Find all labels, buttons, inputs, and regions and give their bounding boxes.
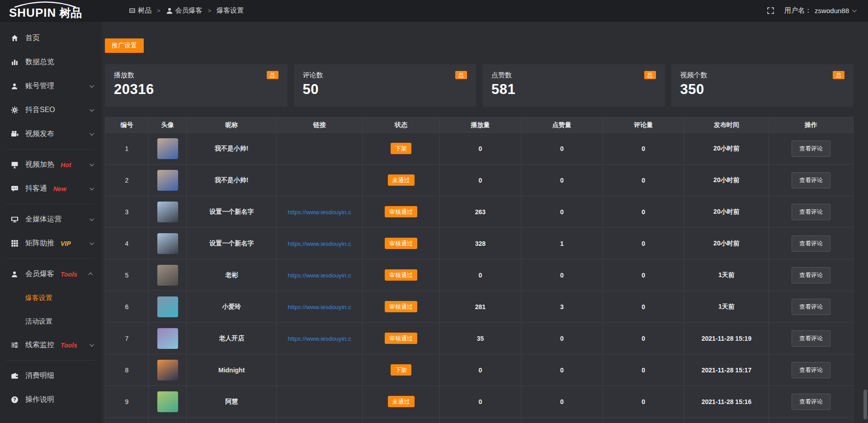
view-comments-button[interactable]: 查看评论 (792, 267, 830, 283)
time-cell: 20小时前 (684, 133, 769, 164)
sidebar-item[interactable]: 矩阵助推VIP (0, 231, 102, 255)
link-cell: https://www.iesdouyin.c (276, 323, 362, 354)
breadcrumb-label: 爆客设置 (217, 6, 244, 15)
chevron-down-icon (90, 162, 94, 166)
question-icon: ? (11, 396, 19, 404)
action-cell: 查看评论 (769, 164, 853, 196)
stat-card: 点赞数 总 581 (482, 64, 665, 107)
comments-cell: 0 (603, 354, 684, 386)
view-comments-button[interactable]: 查看评论 (792, 141, 830, 157)
fullscreen-icon[interactable] (767, 7, 774, 14)
sidebar-item[interactable]: 线索监控Tools (0, 333, 102, 357)
video-link[interactable]: https://www.iesdouyin.c (288, 209, 351, 216)
sidebar-item[interactable]: 数据总览 (0, 50, 102, 74)
time-cell: 1天前 (684, 291, 769, 323)
view-comments-button[interactable]: 查看评论 (792, 330, 830, 347)
column-header: 发布时间 (684, 118, 769, 133)
sidebar-item[interactable]: 会员爆客Tools (0, 262, 102, 286)
promote-settings-button[interactable]: 推广设置 (105, 38, 144, 53)
sidebar-item-tag: Tools (61, 271, 77, 278)
column-header: 链接 (276, 118, 362, 133)
row-id-cell: 8 (105, 354, 149, 386)
likes-cell: 0 (521, 354, 603, 386)
sidebar-item-label: 抖客通 (25, 184, 47, 193)
action-cell: 查看评论 (769, 228, 853, 259)
sidebar-item-tag: New (53, 185, 66, 193)
chevron-down-icon (90, 131, 94, 136)
likes-cell: 0 (521, 196, 603, 228)
likes-cell: 0 (521, 386, 603, 418)
sidebar-item[interactable]: 视频发布 (0, 122, 102, 146)
sidebar-item[interactable]: ?操作说明 (0, 388, 102, 412)
status-cell: 下架 (363, 133, 439, 164)
sidebar-item[interactable]: 抖客通New (0, 177, 102, 201)
status-cell (363, 418, 439, 423)
time-cell: 20小时前 (684, 228, 769, 259)
view-comments-button[interactable]: 查看评论 (792, 362, 830, 378)
avatar-cell (148, 196, 186, 228)
likes-cell: 0 (521, 133, 603, 164)
sidebar-item-label: 全媒体运营 (25, 215, 61, 224)
status-cell: 审核通过 (363, 259, 439, 291)
time-cell (684, 418, 769, 423)
chevron-down-icon (852, 8, 857, 12)
avatar (157, 138, 178, 159)
table-row: 7 老人开店 https://www.iesdouyin.c 审核通过 35 0… (105, 323, 854, 354)
sidebar-nav: 首页数据总览账号管理抖音SEO视频发布视频加热Hot抖客通New全媒体运营矩阵助… (0, 22, 102, 423)
avatar-cell (148, 164, 186, 196)
avatar (157, 202, 178, 222)
breadcrumb-item[interactable]: 树品 (129, 6, 151, 15)
stat-total-badge: 总 (455, 71, 467, 79)
topbar-right: 用户名：zswodun88 (767, 6, 868, 15)
view-comments-button[interactable]: 查看评论 (792, 204, 830, 220)
sidebar-item[interactable]: 抖音SEO (0, 98, 102, 122)
nickname-cell: 老人开店 (187, 323, 277, 354)
view-comments-button[interactable]: 查看评论 (792, 299, 830, 315)
sliders-icon (11, 341, 19, 349)
status-cell: 审核通过 (363, 228, 439, 259)
breadcrumb-item: 爆客设置 (217, 6, 244, 15)
time-cell: 2021-11-28 15:19 (684, 323, 769, 354)
column-header: 点赞量 (521, 118, 603, 133)
user-icon (11, 83, 19, 90)
table-row (105, 418, 854, 423)
avatar (157, 265, 178, 286)
stat-value: 350 (680, 81, 845, 98)
scrollbar-thumb[interactable] (863, 390, 867, 419)
row-id-cell: 1 (105, 133, 149, 164)
comments-cell: 0 (603, 133, 684, 164)
stats-row: 播放数 总 20316 评论数 总 50 点赞数 总 581 视频个数 总 (105, 64, 854, 107)
link-cell: https://www.iesdouyin.c (276, 228, 362, 259)
chevron-down-icon (90, 186, 94, 190)
sidebar-item[interactable]: 全媒体运营 (0, 207, 102, 231)
column-header: 昵称 (187, 118, 277, 133)
view-comments-button[interactable]: 查看评论 (792, 235, 830, 252)
video-link[interactable]: https://www.iesdouyin.c (288, 272, 351, 279)
video-link[interactable]: https://www.iesdouyin.c (288, 335, 351, 342)
status-badge: 审核通过 (385, 206, 417, 217)
plays-cell: 35 (439, 323, 521, 354)
sidebar-item-label: 抖音SEO (25, 105, 55, 115)
link-cell: https://www.iesdouyin.c (276, 259, 362, 291)
view-comments-button[interactable]: 查看评论 (792, 172, 830, 188)
status-badge: 审核通过 (385, 301, 417, 312)
sidebar-item[interactable]: 消费明细 (0, 364, 102, 388)
column-header: 头像 (148, 118, 186, 133)
avatar (157, 328, 178, 349)
sidebar-item[interactable]: 账号管理 (0, 74, 102, 98)
avatar (157, 360, 178, 381)
plays-cell: 0 (439, 386, 521, 418)
user-menu[interactable]: 用户名：zswodun88 (784, 6, 855, 15)
user-icon (166, 7, 173, 14)
table-row: 4 设置一个新名字 https://www.iesdouyin.c 审核通过 3… (105, 228, 854, 259)
sidebar-item[interactable]: 首页 (0, 26, 102, 50)
time-cell: 1天前 (684, 259, 769, 291)
video-link[interactable]: https://www.iesdouyin.c (288, 240, 351, 247)
breadcrumb-item[interactable]: 会员爆客 (166, 6, 203, 15)
video-link[interactable]: https://www.iesdouyin.c (288, 304, 351, 310)
sidebar-item[interactable]: 视频加热Hot (0, 153, 102, 177)
view-comments-button[interactable]: 查看评论 (792, 394, 830, 410)
stat-value: 50 (303, 81, 467, 98)
sidebar-subitem[interactable]: 活动设置 (0, 310, 102, 333)
sidebar-subitem[interactable]: 爆客设置 (0, 286, 102, 310)
